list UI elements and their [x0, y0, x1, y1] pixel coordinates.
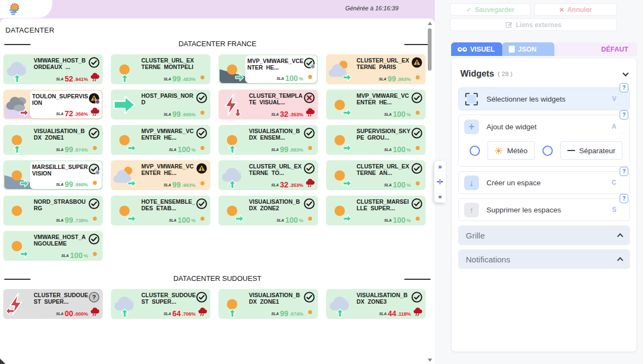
- tiles-grid-france: VMWARE_HOST_BORDEAUX_...: [0, 54, 435, 266]
- sla-label: SLA: [384, 218, 392, 224]
- tab-defaut[interactable]: DÉFAUT: [554, 42, 637, 56]
- svg-text:?: ?: [92, 294, 96, 300]
- meteo-radio[interactable]: [470, 146, 480, 156]
- service-tile[interactable]: MVP_VMWARE_VCENTER_HE...: [219, 54, 318, 84]
- service-tile[interactable]: SUPERVISION_SKYPE_GROU...: [326, 125, 426, 155]
- separator-dash-icon: [567, 150, 575, 152]
- help-badge[interactable]: ?: [620, 83, 628, 92]
- tile-body: CLUSTER_URL_EXTERNE_AN...: [354, 161, 424, 190]
- status-icon: ?: [303, 198, 315, 210]
- select-widgets-row[interactable]: Sélectionner les widgets V ?: [458, 87, 630, 110]
- sla-weather-icon: [90, 178, 100, 188]
- sla-label: SLA: [277, 218, 284, 224]
- service-tile[interactable]: CLUSTER_SUDOUEST_SUPER...: [3, 289, 103, 319]
- sla-readout: SLA 100 %: [384, 214, 423, 224]
- add-widget-row[interactable]: Ajout de widget A: [459, 115, 629, 138]
- tile-body: VMWARE_HOST_ANGOULEME: [32, 231, 102, 260]
- help-badge[interactable]: ?: [620, 110, 628, 120]
- sla-label: SLA: [271, 312, 279, 317]
- delete-spaces-row[interactable]: Supprimer les espaces S ?: [458, 198, 630, 221]
- service-tile[interactable]: VMWARE_HOST_ANGOULEME: [3, 231, 103, 261]
- status-icon: ?: [411, 127, 423, 139]
- service-tile[interactable]: VMWARE_HOST_BORDEAUX_...: [3, 54, 103, 84]
- weather-icon: [4, 92, 29, 117]
- tile-body: CLUSTER_URL_EXTERNE_TO...: [247, 161, 317, 190]
- service-tile[interactable]: HOST_PARIS_NORD ?: [111, 90, 210, 120]
- weather-icon: [112, 292, 137, 317]
- service-tile[interactable]: MVP_VMWARE_VCENTER_HE...: [326, 90, 426, 120]
- grid-section-toggle[interactable]: Grille: [458, 225, 630, 245]
- service-tile[interactable]: VISUALISATION_BDX_ZONE3: [326, 289, 426, 319]
- sla-value: 99: [172, 110, 181, 118]
- meteo-widget-button[interactable]: Météo: [488, 141, 535, 160]
- service-tile[interactable]: MVP_VMWARE_VCENTER_HE...: [111, 125, 210, 155]
- sla-readout: SLA 100 %: [169, 214, 208, 224]
- tile-body: CLUSTER_TEMPLATE_VISUAL...: [247, 90, 317, 119]
- panel-splitter[interactable]: [434, 161, 446, 203]
- trend-arrow-icon: [120, 308, 130, 318]
- sun-icon: [495, 147, 503, 155]
- service-tile[interactable]: MARSEILLE_SUPERVISION: [3, 160, 103, 190]
- scrollbar-thumb[interactable]: [428, 28, 432, 71]
- save-button[interactable]: Sauvegarder: [450, 3, 530, 16]
- tile-body: MVP_VMWARE_VCENTER_HE...: [354, 90, 424, 119]
- editor-panel: Sauvegarder Annuler Liens externes VISUE…: [435, 0, 643, 364]
- service-tile[interactable]: CLUSTER_TEMPLATE_VISUAL...: [219, 90, 318, 120]
- widgets-header[interactable]: Widgets ( 28 ): [458, 65, 630, 83]
- trend-arrow-icon: [335, 308, 345, 318]
- tab-json[interactable]: JSON: [502, 42, 554, 56]
- scroll-down-icon[interactable]: [428, 359, 432, 362]
- service-tile[interactable]: VISUALISATION_BDX_ZONE1: [3, 125, 103, 155]
- service-tile[interactable]: CLUSTER_URL_EXTERNE_TO...: [219, 160, 318, 190]
- chevrons-left-icon[interactable]: [438, 193, 442, 200]
- service-tile[interactable]: CLUSTER_URL_EXTERNE_MONTPELIER: [111, 54, 210, 84]
- status-icon: ?: [88, 127, 100, 139]
- service-tile[interactable]: CLUSTER_URL_EXTERNE_PARIS: [326, 54, 426, 84]
- trend-arrow-icon: [342, 178, 352, 189]
- service-tile[interactable]: MVP_VMWARE_VCENTER_HE...: [111, 160, 210, 190]
- tile-body: NORD_STRASBOURG ?: [32, 196, 102, 225]
- tile-body: MVP_VMWARE_VCENTER_HE...: [139, 125, 209, 154]
- service-tile[interactable]: CLUSTER_SUDOUEST_SUPER...: [111, 289, 210, 319]
- sla-readout: SLA 100 %: [169, 143, 208, 153]
- service-tile[interactable]: VISUALISATION_BDX_ZONE1: [219, 289, 318, 319]
- weather-icon: [4, 198, 29, 223]
- status-icon: ?: [303, 162, 315, 174]
- trend-arrow-icon: [127, 178, 137, 189]
- notifications-section-toggle[interactable]: Notifications: [458, 249, 630, 269]
- trend-arrow-icon: [342, 108, 352, 118]
- tab-visuel[interactable]: VISUEL: [451, 42, 502, 56]
- tile-body: VISUALISATION_BDX_ZONE1: [247, 290, 317, 318]
- trend-arrow-icon: [12, 144, 22, 154]
- board-scrollbar[interactable]: [427, 22, 432, 363]
- external-links-button[interactable]: Liens externes: [450, 18, 617, 31]
- chevrons-right-icon[interactable]: [438, 164, 442, 170]
- sla-readout: SLA 52 .941%: [56, 72, 100, 83]
- service-tile[interactable]: VISUALISATION_BDX_ENSEM...: [219, 125, 318, 155]
- help-badge[interactable]: ?: [620, 167, 628, 176]
- sla-readout: SLA 32 .353%: [271, 108, 315, 118]
- eyes-icon: [458, 47, 467, 52]
- service-tile[interactable]: CLUSTER_URL_EXTERNE_AN...: [326, 160, 426, 190]
- sla-weather-icon: [413, 178, 423, 189]
- service-tile[interactable]: VISUALISATION_BDX_ZONE2: [219, 196, 318, 225]
- separator-radio[interactable]: [542, 146, 553, 156]
- chevron-down-icon: [622, 70, 628, 76]
- sla-value: 99: [65, 180, 73, 188]
- service-tile[interactable]: NORD_STRASBOURG ?: [3, 196, 103, 225]
- cancel-button[interactable]: Annuler: [534, 3, 617, 16]
- sla-value: 99: [65, 216, 73, 224]
- separator-widget-button[interactable]: Séparateur: [560, 141, 623, 160]
- tile-body: VISUALISATION_BDX_ZONE1: [32, 125, 102, 154]
- chevron-up-icon: [617, 233, 623, 239]
- help-badge[interactable]: ?: [620, 194, 628, 203]
- status-icon: ?: [303, 291, 315, 303]
- service-tile[interactable]: TOULON_SUPERVISION ?: [3, 90, 103, 120]
- app-logo[interactable]: [0, 0, 52, 18]
- create-space-row[interactable]: Créer un espace C ?: [458, 171, 630, 194]
- service-tile[interactable]: HOTE_ENSEMBLE_DES_ETAB...: [111, 196, 210, 225]
- scroll-up-icon[interactable]: [428, 22, 432, 25]
- service-tile[interactable]: CLUSTER_MARSEILLE_SUPER...: [326, 196, 426, 225]
- split-resize-icon[interactable]: [436, 178, 444, 185]
- status-icon: ?: [303, 92, 315, 104]
